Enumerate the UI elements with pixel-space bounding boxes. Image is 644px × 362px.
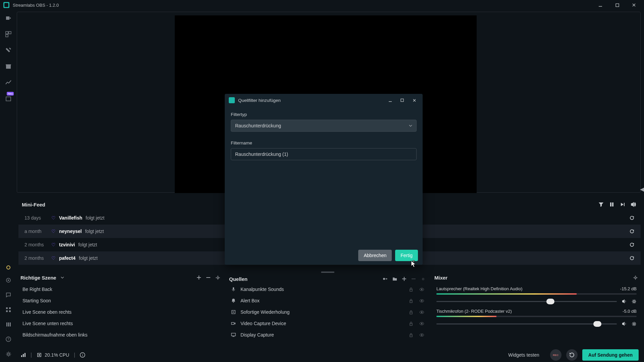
cancel-button[interactable]: Abbrechen: [358, 250, 392, 261]
svg-point-53: [633, 323, 635, 325]
scene-item[interactable]: Starting Soon: [18, 295, 223, 306]
done-button[interactable]: Fertig: [395, 250, 418, 261]
add-source-button[interactable]: [401, 276, 408, 282]
visibility-icon[interactable]: [419, 321, 424, 326]
lock-icon[interactable]: [409, 287, 413, 292]
visibility-icon[interactable]: [419, 287, 424, 292]
add-filter-modal: Quellfilter hinzufügen Filtertyp Rauschu…: [225, 94, 423, 265]
layout-icon[interactable]: [4, 30, 12, 38]
mixer-panel: Mixer Lautsprecher (Realtek High Definit…: [432, 272, 641, 337]
lock-icon[interactable]: [409, 321, 413, 326]
chevron-down-icon[interactable]: [59, 274, 66, 281]
window-maximize-button[interactable]: [610, 0, 624, 10]
pause-icon[interactable]: [608, 200, 616, 208]
remove-source-button[interactable]: [410, 276, 417, 282]
replay-icon[interactable]: [629, 255, 635, 261]
mixer-settings-icon[interactable]: [632, 274, 639, 281]
svg-rect-48: [410, 335, 412, 337]
lock-icon[interactable]: [409, 333, 413, 337]
source-item[interactable]: Sofortige Wiederholung: [227, 306, 428, 318]
svg-point-52: [633, 301, 635, 302]
source-item[interactable]: Display Capture: [227, 329, 428, 341]
visibility-icon[interactable]: [419, 310, 424, 315]
svg-point-26: [217, 277, 219, 279]
speaker-icon[interactable]: [622, 299, 627, 304]
gear-icon[interactable]: [632, 321, 637, 326]
volume-icon[interactable]: [629, 200, 637, 208]
go-live-button[interactable]: Auf Sendung gehen: [582, 349, 639, 361]
mixer-db: -5.0 dB: [623, 309, 637, 314]
layers-icon[interactable]: [4, 320, 12, 328]
scenes-panel: Richtige Szene Be Right BackStarting Soo…: [18, 272, 223, 337]
mixer-source-name: Tischmikrofon (2- RODE Podcaster v2): [436, 309, 512, 314]
info-icon[interactable]: i: [80, 352, 85, 358]
svg-point-41: [421, 311, 423, 313]
mixer-source-name: Lautsprecher (Realtek High Definition Au…: [436, 286, 523, 291]
record-button[interactable]: REC: [550, 349, 561, 361]
settings-icon[interactable]: [4, 350, 12, 358]
themes-icon[interactable]: [4, 46, 12, 54]
visibility-icon[interactable]: [419, 333, 424, 338]
stats-icon[interactable]: [20, 352, 26, 358]
source-item[interactable]: Alert Box: [227, 295, 428, 306]
help-icon[interactable]: ?: [4, 335, 12, 343]
test-widgets-button[interactable]: Widgets testen: [502, 349, 545, 361]
notifications-icon[interactable]: [4, 276, 12, 284]
camera-icon: [231, 321, 236, 326]
svg-point-50: [421, 334, 423, 336]
source-mic-icon[interactable]: [382, 276, 389, 282]
apps-icon[interactable]: Neu: [4, 95, 12, 103]
source-settings-icon[interactable]: [420, 276, 426, 282]
svg-rect-55: [23, 354, 24, 357]
svg-rect-21: [610, 202, 611, 206]
svg-rect-5: [6, 32, 8, 34]
scene-item[interactable]: Live Scene unten rechts: [18, 318, 223, 329]
modal-maximize-button[interactable]: [398, 96, 407, 105]
modal-close-button[interactable]: [410, 96, 419, 105]
analytics-icon[interactable]: [4, 78, 12, 86]
store-icon[interactable]: [4, 62, 12, 70]
remove-scene-button[interactable]: [205, 274, 212, 281]
bottom-panels: Richtige Szene Be Right BackStarting Soo…: [18, 272, 641, 337]
right-collapse-toggle[interactable]: ◀: [640, 186, 644, 192]
filter-icon[interactable]: [597, 200, 605, 208]
lock-icon[interactable]: [409, 299, 413, 303]
source-folder-icon[interactable]: [391, 276, 398, 282]
window-minimize-button[interactable]: [594, 0, 607, 10]
svg-rect-13: [6, 310, 8, 312]
modal-minimize-button[interactable]: [386, 96, 394, 105]
filtername-input[interactable]: [231, 148, 417, 160]
drag-handle[interactable]: [321, 272, 334, 273]
speaker-icon[interactable]: [622, 321, 627, 326]
visibility-icon[interactable]: [419, 298, 424, 303]
source-item[interactable]: Video Capture Device: [227, 318, 428, 329]
lock-icon[interactable]: [409, 310, 413, 314]
scene-item[interactable]: Bildschirmaufnahme oben links: [18, 329, 223, 341]
audio-meter: [436, 293, 637, 295]
add-scene-button[interactable]: [196, 274, 202, 281]
gear-icon[interactable]: [632, 299, 637, 304]
svg-rect-7: [6, 35, 8, 37]
source-label: Sofortige Wiederholung: [240, 309, 289, 315]
replay-icon[interactable]: [629, 215, 635, 221]
feed-time: a month: [24, 229, 48, 234]
scene-item[interactable]: Be Right Back: [18, 284, 223, 295]
editor-icon[interactable]: [4, 14, 12, 22]
replay-buffer-button[interactable]: [566, 349, 578, 361]
window-close-button[interactable]: [627, 0, 641, 10]
volume-slider[interactable]: [436, 323, 617, 324]
scene-settings-icon[interactable]: [214, 274, 221, 281]
replay-icon[interactable]: [629, 242, 635, 247]
status-indicator-icon[interactable]: [6, 265, 10, 269]
skip-icon[interactable]: [619, 200, 627, 208]
replay-icon[interactable]: [629, 229, 635, 234]
filtertype-select[interactable]: Rauschunterdrückung: [231, 120, 417, 132]
svg-rect-16: [8, 322, 9, 326]
chat-icon[interactable]: [4, 291, 12, 299]
scene-item[interactable]: Live Scene oben rechts: [18, 306, 223, 318]
svg-rect-43: [410, 323, 412, 325]
source-item[interactable]: Kanalpunkte Sounds: [227, 284, 428, 295]
svg-rect-12: [9, 307, 11, 309]
volume-slider[interactable]: [436, 301, 617, 302]
grid-icon[interactable]: [4, 306, 12, 314]
